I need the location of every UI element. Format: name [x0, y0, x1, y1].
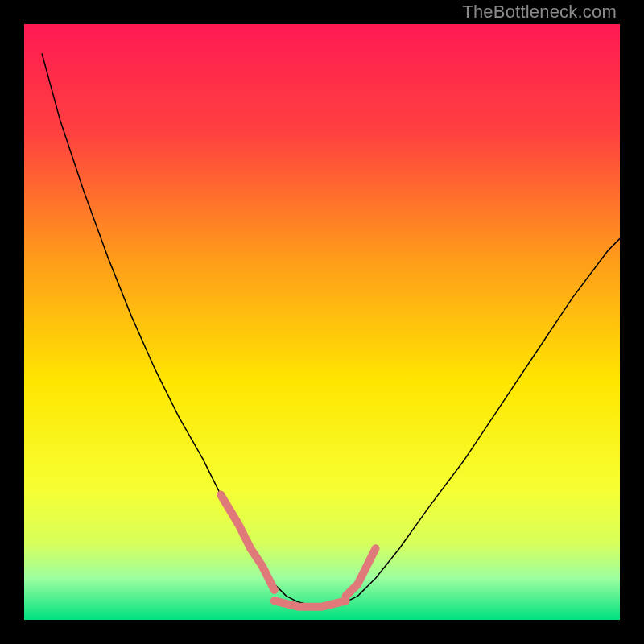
watermark-text: TheBottleneck.com: [462, 2, 617, 23]
curve-layer: [24, 24, 620, 620]
series-curve-main: [42, 54, 620, 608]
series-highlight-bottom: [275, 601, 346, 606]
series-highlight-right: [346, 548, 376, 596]
series-highlight-left: [221, 495, 275, 590]
plot-area: [24, 24, 620, 620]
chart-frame: TheBottleneck.com: [0, 0, 644, 644]
